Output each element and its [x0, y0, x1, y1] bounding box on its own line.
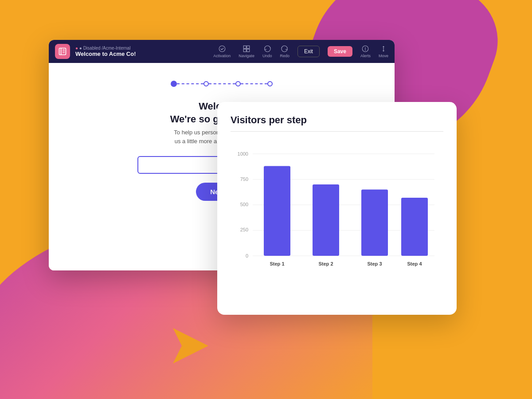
step-line-2	[209, 83, 235, 84]
svg-rect-7	[243, 46, 246, 48]
step-line-1	[177, 83, 203, 84]
chart-title: Visitors per step	[231, 114, 443, 126]
svg-rect-8	[247, 46, 250, 48]
bar-step1	[264, 166, 290, 256]
alerts-icon	[361, 45, 369, 53]
activation-icon	[218, 45, 226, 53]
navigate-icon	[243, 45, 250, 53]
x-label-step2: Step 2	[318, 261, 333, 266]
bar-step4	[401, 198, 428, 256]
undo-label: Undo	[262, 54, 272, 58]
toolbar-logo	[55, 44, 70, 59]
activation-label: Activation	[213, 54, 231, 58]
chart-window: Visitors per step 1000 750 500 250 0	[217, 102, 457, 315]
toolbar-action-undo[interactable]: Undo	[262, 45, 272, 58]
y-label-500: 500	[240, 202, 248, 207]
svg-point-13	[365, 50, 366, 50]
move-icon	[379, 45, 387, 53]
move-label: Move	[379, 54, 388, 58]
save-button[interactable]: Save	[328, 46, 352, 57]
svg-rect-9	[243, 49, 246, 52]
toolbar-title: Welcome to Acme Co!	[75, 51, 136, 57]
svg-point-6	[219, 46, 225, 52]
breadcrumb: /Acme-Internal	[102, 46, 130, 51]
alerts-label: Alerts	[360, 54, 371, 58]
step-3-indicator	[235, 81, 241, 86]
svg-rect-10	[247, 49, 250, 52]
svg-rect-1	[59, 48, 66, 55]
toolbar-actions: Activation Navigate Undo Redo Exit	[213, 45, 388, 58]
x-label-step3: Step 3	[367, 261, 382, 266]
exit-button[interactable]: Exit	[297, 46, 320, 57]
x-label-step1: Step 1	[270, 261, 284, 266]
chart-svg: 1000 750 500 250 0 Step 1 Step 2	[231, 141, 443, 282]
step-indicators	[171, 81, 273, 87]
toolbar-action-activation[interactable]: Activation	[213, 45, 231, 58]
y-label-0: 0	[246, 253, 248, 258]
step-2-indicator	[203, 81, 209, 86]
toolbar-action-redo[interactable]: Redo	[280, 45, 289, 58]
toolbar-action-alerts[interactable]: Alerts	[360, 45, 371, 58]
chart-area: 1000 750 500 250 0 Step 1 Step 2	[231, 141, 443, 282]
redo-icon	[281, 45, 289, 53]
toolbar-action-move[interactable]: Move	[379, 45, 388, 58]
navigate-label: Navigate	[239, 54, 254, 58]
bar-step2	[313, 184, 339, 256]
chart-divider	[231, 131, 443, 132]
step-1-indicator	[171, 81, 177, 87]
undo-icon	[263, 45, 271, 53]
y-label-250: 250	[240, 227, 248, 232]
bar-step3	[361, 190, 388, 256]
redo-label: Redo	[280, 54, 289, 58]
toolbar-title-area: ● ● Disabled /Acme-Internal Welcome to A…	[75, 46, 136, 57]
content-area: ● ● Disabled /Acme-Internal Welcome to A…	[0, 0, 532, 399]
status-label: ● Disabled	[79, 46, 101, 51]
book-icon	[58, 47, 67, 56]
step-line-3	[241, 83, 267, 84]
toolbar-action-navigate[interactable]: Navigate	[239, 45, 254, 58]
x-label-step4: Step 4	[407, 261, 422, 266]
y-label-750: 750	[240, 176, 248, 182]
windows-container: ● ● Disabled /Acme-Internal Welcome to A…	[49, 40, 483, 341]
y-label-1000: 1000	[238, 151, 248, 156]
step-4-indicator	[267, 81, 273, 86]
toolbar-status: ● ● Disabled /Acme-Internal	[75, 46, 136, 51]
editor-toolbar: ● ● Disabled /Acme-Internal Welcome to A…	[49, 40, 395, 63]
